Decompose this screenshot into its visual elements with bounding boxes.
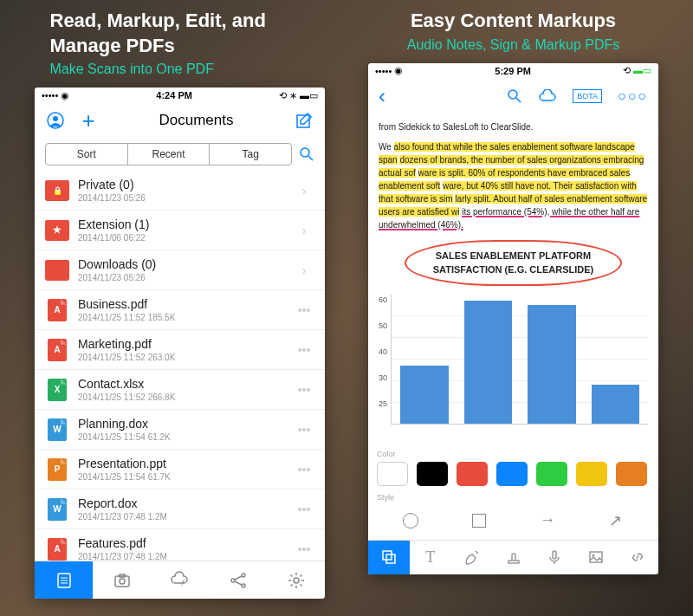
nav-bar: + Documents <box>35 103 325 138</box>
chevron-icon[interactable]: › <box>294 263 314 277</box>
list-item[interactable]: Extension (1)2014/11/06 06:22› <box>35 211 325 250</box>
orientation-lock-icon: ⟲ <box>279 90 287 101</box>
item-name: Contact.xlsx <box>78 377 294 391</box>
segment-recent[interactable]: Recent <box>128 144 210 165</box>
search-icon[interactable] <box>507 88 522 104</box>
tool-text[interactable]: T <box>410 541 451 574</box>
file-icon: A <box>45 340 69 360</box>
list-item[interactable]: WReport.dox2014/11/23 07:48 1.2M••• <box>35 490 325 529</box>
svg-point-10 <box>120 579 125 584</box>
segment-tag[interactable]: Tag <box>210 144 291 165</box>
color-swatch[interactable] <box>616 462 647 486</box>
item-meta: 2014/11/25 11:54 61.2K <box>78 432 294 442</box>
item-name: Presentation.ppt <box>78 457 294 470</box>
item-meta: 2014/11/25 11:54 61.7K <box>78 472 294 482</box>
list-item[interactable]: XContact.xlsx2014/11/25 11:52 266.8K••• <box>35 370 325 410</box>
battery-icon: ▬▭ <box>300 90 318 101</box>
wifi-icon: ◉ <box>394 65 403 76</box>
search-icon[interactable] <box>299 146 314 162</box>
style-circle[interactable] <box>398 510 424 531</box>
phone-right: ••••• ◉ 5:29 PM ⟲▬▭ ‹ BOTA ○○○ from Side… <box>368 63 658 574</box>
style-label: Style <box>377 493 650 502</box>
more-icon[interactable]: ••• <box>294 423 314 437</box>
profile-button[interactable] <box>45 110 66 131</box>
status-time: 5:29 PM <box>495 66 531 76</box>
chart-bar <box>592 385 640 424</box>
tab-share[interactable] <box>209 561 267 599</box>
tool-shapes[interactable] <box>368 541 410 574</box>
style-picker: Style → ↗ <box>368 490 658 540</box>
compose-button[interactable] <box>294 110 314 131</box>
add-button[interactable]: + <box>78 110 99 131</box>
color-swatch[interactable] <box>496 462 528 486</box>
color-swatch[interactable] <box>377 462 408 486</box>
item-name: Marketing.pdf <box>78 337 294 351</box>
svg-rect-23 <box>553 551 556 559</box>
color-swatch[interactable] <box>576 462 607 486</box>
more-icon[interactable]: ••• <box>294 383 314 397</box>
item-name: Planning.dox <box>78 417 294 431</box>
svg-point-1 <box>53 116 58 121</box>
style-line[interactable]: ↗ <box>603 510 629 531</box>
more-icon[interactable]: ••• <box>294 303 314 317</box>
list-item[interactable]: ABusiness.pdf2014/11/25 11:52 185.5K••• <box>35 290 325 330</box>
chevron-icon[interactable]: › <box>294 184 314 198</box>
style-arrow[interactable]: → <box>534 510 560 531</box>
file-list[interactable]: Private (0)2014/11/23 05:26›Extension (1… <box>35 171 325 561</box>
tab-bar <box>35 561 325 599</box>
tab-cloud[interactable] <box>151 561 209 599</box>
segment-sort[interactable]: Sort <box>46 144 128 165</box>
nav-title: Documents <box>159 112 234 129</box>
svg-rect-21 <box>386 554 395 563</box>
style-square[interactable] <box>466 510 492 531</box>
more-icon[interactable]: ••• <box>294 343 314 357</box>
item-meta: 2014/11/23 05:26 <box>78 273 294 282</box>
list-item[interactable]: Private (0)2014/11/23 05:26› <box>35 171 325 211</box>
cloud-icon[interactable] <box>538 89 557 103</box>
list-item[interactable]: AMarketing.pdf2014/11/25 11:52 263.0K••• <box>35 330 325 370</box>
file-icon: X <box>45 379 69 400</box>
more-icon[interactable]: ○○○ <box>618 88 648 104</box>
tool-link[interactable] <box>617 541 658 574</box>
list-item[interactable]: WPlanning.dox2014/11/25 11:54 61.2K••• <box>35 410 325 450</box>
item-meta: 2014/11/25 11:52 185.5K <box>78 313 294 322</box>
svg-point-18 <box>508 90 517 99</box>
more-icon[interactable]: ••• <box>294 503 314 516</box>
list-item[interactable]: PPresentation.ppt2014/11/25 11:54 61.7K•… <box>35 450 325 490</box>
promo-subtitle-left: Make Scans into One PDF <box>50 62 310 77</box>
file-icon: A <box>45 300 69 321</box>
tool-stamp[interactable] <box>493 541 534 574</box>
item-name: Features.pdf <box>78 536 294 550</box>
tool-image[interactable] <box>575 541 617 574</box>
more-icon[interactable]: ••• <box>294 542 314 556</box>
item-name: Extension (1) <box>78 217 294 231</box>
chart-title: SALES ENABLEMENT PLATFORM SATISFACTION (… <box>405 240 622 286</box>
back-button[interactable]: ‹ <box>379 84 385 108</box>
file-icon: W <box>45 499 69 520</box>
segment-control[interactable]: Sort Recent Tag <box>45 143 292 165</box>
color-swatch[interactable] <box>536 462 567 486</box>
tab-settings[interactable] <box>267 561 325 599</box>
color-swatch[interactable] <box>417 462 448 486</box>
more-icon[interactable]: ••• <box>294 463 314 477</box>
folder-icon <box>45 180 69 201</box>
item-meta: 2014/11/23 07:48 1.2M <box>78 552 294 561</box>
chevron-icon[interactable]: › <box>294 224 314 237</box>
tab-camera[interactable] <box>93 561 151 599</box>
promo-title-right: Easy Content Markups <box>411 9 616 34</box>
document-content[interactable]: from Sidekick to SalesLoft to ClearSlide… <box>368 113 658 446</box>
bota-button[interactable]: BOTA <box>573 89 602 103</box>
chart-bar <box>400 366 449 424</box>
item-name: Business.pdf <box>78 297 294 311</box>
status-bar: ••••• ◉ 5:29 PM ⟲▬▭ <box>368 63 658 79</box>
tab-documents[interactable] <box>35 561 93 599</box>
tool-audio[interactable] <box>534 541 575 574</box>
signal-icon: ••••• <box>375 66 392 76</box>
color-picker: Color <box>368 446 658 490</box>
list-item[interactable]: Downloads (0)2014/11/23 05:26› <box>35 250 325 290</box>
color-swatch[interactable] <box>457 462 488 486</box>
svg-point-14 <box>242 584 245 587</box>
tool-pen[interactable] <box>451 541 493 574</box>
list-item[interactable]: AFeatures.pdf2014/11/23 07:48 1.2M••• <box>35 529 325 561</box>
svg-point-17 <box>294 578 299 583</box>
